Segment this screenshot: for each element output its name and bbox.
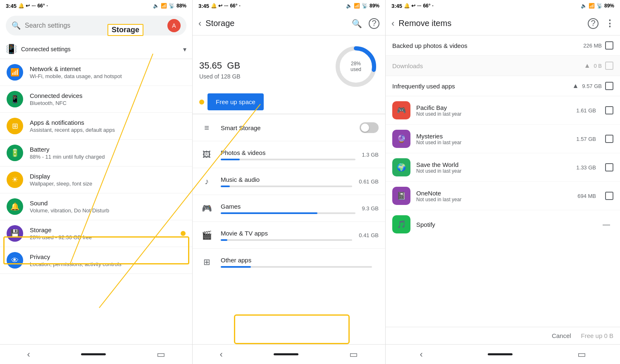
recents-nav-2[interactable]: ▭ xyxy=(346,346,361,363)
time-3: 3:45 xyxy=(391,3,402,9)
movies-icon: 🎬 xyxy=(199,228,214,243)
dot-1: · xyxy=(47,3,48,9)
home-pill-3[interactable] xyxy=(488,353,513,355)
home-pill-1[interactable] xyxy=(81,353,106,355)
games-item[interactable]: 🎮 Games 9.3 GB xyxy=(193,195,385,221)
collapsed-section[interactable]: 📳 Connected settings ▾ xyxy=(0,40,192,59)
sidebar-item-network[interactable]: 📶 Network & internet Wi-Fi, mobile, data… xyxy=(0,59,192,86)
help-icon-3[interactable]: ? xyxy=(588,18,599,29)
remove-top-bar: ‹ Remove items ? ⋮ xyxy=(386,12,620,36)
sidebar-item-apps[interactable]: ⊞ Apps & notifications Assistant, recent… xyxy=(0,113,192,140)
pacific-bay-checkbox[interactable] xyxy=(605,106,613,114)
games-label: Games xyxy=(221,203,355,210)
infrequent-checkbox[interactable] xyxy=(605,82,613,90)
free-up-items-button[interactable]: Free up 0 B xyxy=(581,332,613,339)
battery-2: 89% xyxy=(370,3,379,9)
infrequent-row[interactable]: Infrequently used apps ▲ 9.57 GB xyxy=(386,76,620,96)
list-item[interactable]: 🎵 Spotify — xyxy=(386,210,620,238)
list-item[interactable]: 📓 OneNote Not used in last year 694 MB xyxy=(386,182,620,210)
otherapps-item[interactable]: ⊞ Other apps xyxy=(193,248,385,275)
sound-icon: 🔔 xyxy=(7,198,23,215)
sidebar-item-devices[interactable]: 📱 Connected devices Bluetooth, NFC xyxy=(0,86,192,113)
list-item[interactable]: 🎮 Pacific Bay Not used in last year 1.61… xyxy=(386,96,620,125)
notification-icons-3: 🔔 ↩ xyxy=(404,3,415,9)
yellow-indicator xyxy=(199,100,204,105)
backed-up-checkbox[interactable] xyxy=(605,41,613,50)
onenote-name: OneNote xyxy=(416,190,572,197)
search-bar[interactable]: 🔍 A xyxy=(6,16,186,36)
sidebar-item-privacy[interactable]: 👁 Privacy Location, permissions, activit… xyxy=(0,247,192,274)
avatar[interactable]: A xyxy=(167,19,181,32)
display-desc: Wallpaper, sleep, font size xyxy=(30,181,186,187)
movies-bar xyxy=(221,239,227,241)
yellow-dot xyxy=(181,231,186,236)
music-bar xyxy=(221,186,230,187)
music-item[interactable]: ♪ Music & audio 0.61 GB xyxy=(193,168,385,195)
back-nav-1[interactable]: ‹ xyxy=(24,346,33,363)
sidebar-item-display[interactable]: ☀ Display Wallpaper, sleep, font size xyxy=(0,167,192,193)
otherapps-icon: ⊞ xyxy=(199,255,214,269)
sidebar-item-battery[interactable]: 🔋 Battery 88% - 11 min until fully charg… xyxy=(0,140,192,167)
signal-dots-2: ··· xyxy=(224,3,228,9)
mysteries-checkbox[interactable] xyxy=(605,135,613,143)
free-up-space-button[interactable]: Free up space xyxy=(207,93,264,110)
toggle-knob xyxy=(361,124,369,132)
search-icon-2[interactable]: 🔍 xyxy=(352,19,362,29)
wifi-icon-2: 📶 xyxy=(354,3,360,9)
photos-bar xyxy=(221,159,240,160)
recents-nav-3[interactable]: ▭ xyxy=(574,346,589,363)
cancel-button[interactable]: Cancel xyxy=(552,332,571,339)
downloads-row[interactable]: Downloads ▲ 0 B xyxy=(386,56,620,76)
back-nav-3[interactable]: ‹ xyxy=(416,346,426,363)
sidebar-item-sound[interactable]: 🔔 Sound Volume, vibration, Do Not Distur… xyxy=(0,193,192,220)
infrequent-chevron-up-icon: ▲ xyxy=(572,82,579,90)
sidebar-item-storage[interactable]: 💾 Storage 28% used - 92.36 GB free xyxy=(0,220,192,247)
list-item[interactable]: 🌍 Save the World Not used in last year 1… xyxy=(386,153,620,182)
mysteries-icon: 🔮 xyxy=(392,130,410,148)
otherapps-label: Other apps xyxy=(221,257,372,264)
status-bar-3: 3:45 🔔 ↩ ··· 66° · 🔈 📶 📡 89% xyxy=(386,0,620,12)
music-size: 0.61 GB xyxy=(359,178,379,185)
save-world-checkbox[interactable] xyxy=(605,163,613,171)
onenote-checkbox[interactable] xyxy=(605,192,613,200)
backed-up-label: Backed up photos & videos xyxy=(392,42,467,49)
volume-icon-3: 🔈 xyxy=(581,3,587,9)
bottom-nav-3: ‹ ▭ xyxy=(386,344,620,364)
storage-usage: 35.65 GB Used of 128 GB 28% used xyxy=(193,36,385,93)
home-pill-2[interactable] xyxy=(274,353,298,355)
back-button-2[interactable]: ‹ xyxy=(198,18,201,29)
save-world-name: Save the World xyxy=(416,161,570,168)
dot-2: · xyxy=(239,3,241,9)
downloads-label: Downloads xyxy=(392,62,423,69)
recents-nav-1[interactable]: ▭ xyxy=(153,346,169,363)
temp-2: 66° xyxy=(230,3,237,9)
smart-storage-item[interactable]: ≡ Smart Storage xyxy=(193,114,385,141)
games-size: 9.3 GB xyxy=(362,205,379,212)
network-label: Network & internet xyxy=(30,65,186,72)
battery-3: 89% xyxy=(604,3,614,9)
devices-icon: 📱 xyxy=(7,91,23,107)
volume-icon-2: 🔈 xyxy=(346,3,352,9)
back-button-3[interactable]: ‹ xyxy=(391,18,394,29)
notification-icons-2: 🔔 ↩ xyxy=(211,3,222,9)
apps-desc: Assistant, recent apps, default apps xyxy=(30,127,186,133)
search-icon: 🔍 xyxy=(12,21,21,30)
help-icon-2[interactable]: ? xyxy=(369,18,379,29)
bottom-actions: Cancel Free up 0 B xyxy=(386,327,620,344)
battery-icon: 🔋 xyxy=(7,145,23,161)
smart-storage-toggle[interactable] xyxy=(360,122,379,133)
movies-item[interactable]: 🎬 Movie & TV apps 0.41 GB xyxy=(193,221,385,248)
onenote-size: 694 MB xyxy=(577,193,596,199)
list-item[interactable]: 🔮 Mysteries Not used in last year 1.57 G… xyxy=(386,125,620,153)
remove-title: Remove items xyxy=(398,19,588,28)
back-nav-2[interactable]: ‹ xyxy=(217,346,226,363)
vibrate-icon: 📳 xyxy=(6,44,17,55)
dot-3: · xyxy=(432,3,434,9)
photos-item[interactable]: 🖼 Photos & videos 1.3 GB xyxy=(193,141,385,168)
downloads-checkbox[interactable] xyxy=(605,62,613,70)
games-bar xyxy=(221,212,317,214)
time-2: 3:45 xyxy=(198,3,209,9)
settings-panel: 3:45 🔔 ↩ ··· 66° · 🔈 📶 📡 88% 🔍 A 📳 Conne… xyxy=(0,0,193,364)
backed-up-row[interactable]: Backed up photos & videos 226 MB xyxy=(386,36,620,56)
more-icon-3[interactable]: ⋮ xyxy=(605,18,614,29)
